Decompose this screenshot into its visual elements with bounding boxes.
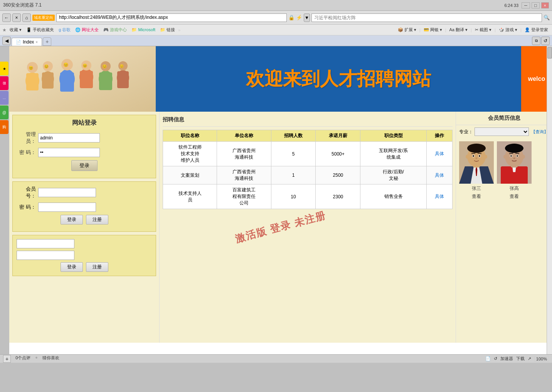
- dropdown-button[interactable]: ▼: [304, 13, 310, 22]
- svg-point-44: [484, 155, 487, 159]
- tab-bar: ◀ 📄 Index × + ⧉ ↺: [0, 35, 552, 46]
- svg-text:😊: 😊: [102, 64, 107, 69]
- bookmark-nav[interactable]: 🌐 网址大全: [74, 27, 100, 33]
- bookmark-google[interactable]: g 谷歌: [57, 27, 72, 33]
- svg-text:😊: 😊: [44, 64, 49, 69]
- job-table: 职位名称 单位名称 招聘人数 承诺月薪 职位类型 操作 软件工程师技术支持维护人…: [163, 130, 453, 209]
- col-count: 招聘人数: [271, 130, 316, 142]
- extra-btn-row: 登录 注册: [17, 262, 152, 272]
- table-row: 文案策划 广西省贵州海通科技 1 2500 行政/后勤/文秘 具体: [163, 166, 453, 184]
- weibo-side-btn[interactable]: 微: [0, 76, 8, 90]
- svg-line-40: [471, 153, 475, 154]
- extra-register-button[interactable]: 注册: [86, 262, 108, 272]
- back-button[interactable]: ←: [2, 13, 11, 22]
- job-company-2: 广西省贵州海通科技: [217, 166, 271, 184]
- table-row: 软件工程师技术支持维护人员 广西省贵州海通科技 5 5000+ 互联网开发/系统…: [163, 142, 453, 166]
- svg-rect-7: [42, 72, 54, 89]
- svg-point-60: [522, 155, 525, 159]
- query-button[interactable]: 【查询】: [530, 129, 549, 135]
- svg-line-56: [509, 153, 513, 154]
- col-company: 单位名称: [217, 130, 271, 142]
- job-action-2[interactable]: 具体: [426, 166, 452, 184]
- member-number-input[interactable]: [38, 188, 96, 197]
- bookmark-collections[interactable]: 收藏 ▾: [8, 27, 23, 33]
- member-photos: 张三 查看: [456, 138, 552, 203]
- svg-rect-4: [26, 73, 39, 90]
- url-input[interactable]: [56, 13, 287, 22]
- member-photo-zhangsan: [459, 141, 494, 184]
- bookmark-games[interactable]: 🎮 游戏中心: [102, 27, 128, 33]
- download-label[interactable]: 下载: [516, 356, 525, 362]
- job-company-3: 百富建筑工程有限责任公司: [217, 184, 271, 209]
- mail-side-btn[interactable]: @: [0, 106, 8, 119]
- scrollbar[interactable]: [547, 46, 552, 354]
- accelerator-label[interactable]: 加速器: [500, 356, 513, 362]
- refresh-button[interactable]: ↺: [541, 37, 550, 45]
- status-right: 📄 ↺ 加速器 下载 ↗ 100%: [485, 356, 549, 362]
- share-icon[interactable]: ↗: [528, 356, 531, 361]
- msg-side-btn[interactable]: …: [0, 91, 8, 105]
- tab-index[interactable]: 📄 Index ×: [12, 38, 42, 46]
- job-count-2: 1: [271, 166, 316, 184]
- home-button[interactable]: ⌂: [22, 13, 31, 22]
- member-number-row: 会员号：: [17, 186, 152, 199]
- member-item-zhanggao: 张高 查看: [497, 141, 532, 200]
- window-controls[interactable]: ─ □ ×: [522, 2, 549, 8]
- login-panel: 网站登录 管理员： 密 码： 登录 会员号：: [9, 112, 160, 343]
- status-bar: + 0个点评 ● 猜你喜欢 📄 ↺ 加速器 下载 ↗ 100%: [0, 354, 552, 363]
- admin-input[interactable]: [38, 133, 100, 142]
- login-title: 网站登录: [17, 119, 152, 127]
- svg-rect-10: [60, 72, 74, 92]
- shop-side-btn[interactable]: 购: [0, 120, 8, 134]
- profession-select[interactable]: [475, 127, 529, 136]
- bookmark-ebank[interactable]: 💳 网银 ▾: [422, 27, 444, 33]
- svg-rect-19: [117, 71, 129, 88]
- bookmark-screenshot[interactable]: ✂ 截图 ▾: [473, 27, 493, 33]
- admin-password-input[interactable]: [38, 148, 100, 157]
- bookmark-microsoft[interactable]: 📁 Microsoft: [130, 27, 157, 33]
- member-view-zhanggao[interactable]: 查看: [510, 193, 519, 200]
- new-tab-button[interactable]: +: [43, 37, 51, 46]
- tab-close-button[interactable]: ×: [35, 40, 38, 44]
- member-login-button[interactable]: 登录: [61, 215, 83, 224]
- tab-back[interactable]: ◀: [2, 37, 11, 45]
- search-input[interactable]: [311, 13, 542, 22]
- member-number-label: 会员号：: [17, 186, 36, 199]
- header-center: 欢迎来到人才招聘网站: [156, 46, 521, 112]
- col-salary: 承诺月薪: [316, 130, 360, 142]
- admin-login-button[interactable]: 登录: [71, 160, 98, 171]
- bookmark-games2[interactable]: 🎲 游戏 ▾: [497, 27, 519, 33]
- time-display: 6:24 33: [504, 3, 518, 8]
- member-info-title: 会员简历信息: [456, 112, 552, 125]
- bookmark-extensions[interactable]: 📦 扩展 ▾: [396, 27, 418, 33]
- job-action-3[interactable]: 具体: [426, 184, 452, 209]
- close-button[interactable]: ×: [12, 13, 21, 22]
- col-action: 操作: [426, 130, 452, 142]
- refresh-icon[interactable]: ↺: [494, 356, 497, 361]
- job-count-3: 10: [271, 184, 316, 209]
- job-action-1[interactable]: 具体: [426, 142, 452, 166]
- extra-input-1[interactable]: [17, 239, 74, 248]
- bookmark-translate[interactable]: Aa 翻译 ▾: [448, 27, 470, 33]
- extra-login-button[interactable]: 登录: [61, 262, 83, 272]
- job-salary-3: 2300: [316, 184, 360, 209]
- bookmark-links[interactable]: 📁 链接: [158, 27, 177, 33]
- favorite-side-btn[interactable]: ★: [0, 62, 8, 75]
- job-salary-2: 2500: [316, 166, 360, 184]
- svg-text:😊: 😊: [82, 63, 88, 68]
- restore-button[interactable]: ⧉: [532, 37, 540, 45]
- search-icon[interactable]: 🔍: [544, 15, 550, 20]
- lock-icon: 🔒: [288, 15, 295, 20]
- member-register-button[interactable]: 注册: [86, 215, 108, 224]
- add-tab-button[interactable]: +: [3, 355, 11, 363]
- bookmark-mobile[interactable]: 📱 手机收藏夹: [25, 27, 56, 33]
- svg-rect-16: [99, 72, 112, 90]
- svg-point-38: [473, 155, 474, 157]
- member-view-zhangsan[interactable]: 查看: [472, 193, 481, 200]
- redirect-badge: 域名重定向: [32, 15, 55, 21]
- member-password-input[interactable]: [38, 203, 96, 212]
- bookmark-login[interactable]: 👤 登录管家: [523, 27, 550, 33]
- password-label: 密 码：: [17, 149, 36, 156]
- password-row: 密 码：: [17, 148, 152, 157]
- extra-input-2[interactable]: [17, 251, 74, 260]
